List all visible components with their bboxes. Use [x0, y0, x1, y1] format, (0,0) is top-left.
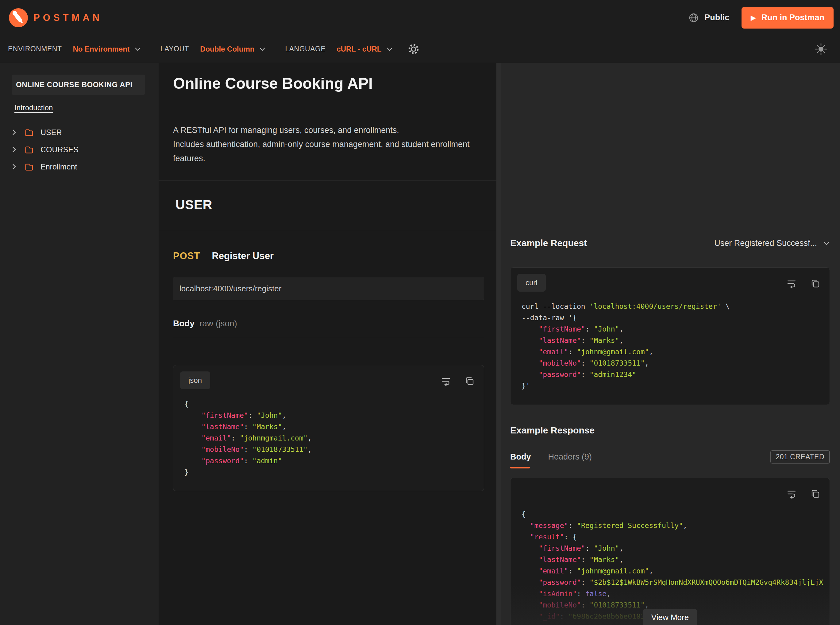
- example-selector-value: User Registered Successf...: [714, 238, 817, 248]
- request-heading: POST Register User: [173, 250, 484, 261]
- code-line: {: [522, 508, 818, 520]
- section-divider: [159, 180, 496, 180]
- code-line: "firstName": "John",: [184, 410, 473, 421]
- response-tabs: Body Headers (9) 201 CREATED: [510, 450, 830, 463]
- example-request-title: Example Request: [510, 238, 587, 248]
- body-label: Body: [173, 319, 195, 328]
- folder-icon: [25, 128, 34, 137]
- description-line: features.: [173, 151, 484, 165]
- code-line: --data-raw '{: [522, 312, 818, 323]
- sidebar-item-enrollment[interactable]: Enrollment: [0, 158, 159, 175]
- chevron-right-icon[interactable]: [12, 163, 17, 170]
- sidebar-item-courses[interactable]: COURSES: [0, 141, 159, 158]
- example-request-card: curl curl --location 'localhost:: [510, 267, 830, 405]
- folder-icon: [25, 162, 34, 171]
- body-mode: raw (json): [200, 319, 237, 328]
- wrap-text-icon[interactable]: [786, 278, 797, 289]
- description-line: Includes authentication, admin-only cour…: [173, 137, 484, 151]
- code-line: }': [522, 380, 818, 392]
- folder-icon: [25, 145, 34, 154]
- sidebar-folder-list: USER COURSES Enrollment: [0, 124, 159, 175]
- status-badge: 201 CREATED: [770, 450, 830, 463]
- code-line: "result": {: [522, 532, 818, 543]
- layout-label: LAYOUT: [160, 45, 189, 53]
- request-url-field[interactable]: localhost:4000/users/register: [173, 277, 484, 300]
- copy-icon[interactable]: [810, 278, 821, 289]
- wrap-text-icon[interactable]: [440, 376, 451, 387]
- tab-body[interactable]: Body: [510, 452, 531, 462]
- code-line: "firstName": "John",: [522, 323, 818, 335]
- code-line: "firstName": "John",: [522, 543, 818, 554]
- code-line: "lastName": "Marks",: [522, 554, 818, 566]
- sidebar: ONLINE COURSE BOOKING API Introduction U…: [0, 63, 159, 625]
- sidebar-item-user[interactable]: USER: [0, 124, 159, 141]
- layout-value: Double Column: [200, 45, 254, 53]
- environment-label: ENVIRONMENT: [8, 45, 62, 53]
- tab-headers[interactable]: Headers (9): [548, 452, 592, 462]
- example-request-code[interactable]: curl --location 'localhost:4000/users/re…: [510, 292, 829, 404]
- description-line: A RESTful API for managing users, course…: [173, 123, 484, 137]
- sidebar-folder-label: USER: [40, 128, 62, 137]
- chevron-right-icon[interactable]: [12, 146, 17, 153]
- copy-icon[interactable]: [464, 376, 475, 387]
- globe-icon: [688, 12, 699, 23]
- code-line: "email": "johnm@gmail.com",: [522, 346, 818, 358]
- chevron-down-icon: [135, 47, 141, 51]
- layout-select[interactable]: Double Column: [200, 45, 265, 53]
- request-body-card: json { "firstName": "John",: [173, 365, 484, 491]
- code-line: "message": "Registered Successfully",: [522, 520, 818, 532]
- http-method-badge: POST: [173, 250, 200, 261]
- settings-gear-icon[interactable]: [408, 43, 420, 55]
- wrap-text-icon[interactable]: [786, 488, 797, 499]
- request-body-code[interactable]: { "firstName": "John", "lastName": "Mark…: [174, 389, 484, 491]
- postman-logo-icon: [8, 8, 28, 28]
- view-more-button[interactable]: View More: [643, 609, 697, 625]
- doc-column: Online Course Booking API A RESTful API …: [159, 63, 496, 625]
- run-button-label: Run in Postman: [761, 13, 825, 22]
- chevron-right-icon[interactable]: [12, 129, 17, 136]
- code-line: "mobileNo": "01018733511",: [522, 358, 818, 369]
- code-line: "lastName": "Marks",: [184, 421, 473, 432]
- chevron-down-icon: [259, 47, 265, 51]
- request-url: localhost:4000/users/register: [180, 284, 281, 294]
- code-line: }: [184, 466, 473, 478]
- code-line: curl --location 'localhost:4000/users/re…: [522, 301, 818, 312]
- environment-select[interactable]: No Environment: [73, 45, 141, 53]
- example-selector-dropdown[interactable]: User Registered Successf...: [714, 238, 830, 248]
- chevron-down-icon: [823, 241, 830, 245]
- visibility-status: Public: [688, 12, 729, 23]
- api-description: A RESTful API for managing users, course…: [173, 123, 484, 165]
- copy-icon[interactable]: [810, 488, 821, 499]
- folder-section-title: USER: [175, 197, 484, 212]
- code-line: "password": "admin": [184, 455, 473, 466]
- code-line: "lastName": "Marks",: [522, 335, 818, 346]
- sidebar-folder-label: Enrollment: [40, 162, 77, 171]
- body-mode-row: Body raw (json): [173, 319, 484, 328]
- example-response-title: Example Response: [510, 425, 830, 435]
- chevron-down-icon: [387, 47, 393, 51]
- main-scrollbar[interactable]: [496, 63, 501, 625]
- doc-toolbar: ENVIRONMENT No Environment LAYOUT Double…: [0, 35, 840, 63]
- postman-brand[interactable]: POSTMAN: [8, 8, 102, 28]
- top-bar: POSTMAN Public ▶ Run in Postman: [0, 0, 840, 35]
- language-label: LANGUAGE: [285, 45, 325, 53]
- language-chip: curl: [517, 274, 546, 292]
- section-divider: [159, 230, 496, 230]
- examples-panel: Example Request User Registered Successf…: [501, 63, 840, 625]
- sidebar-folder-label: COURSES: [40, 145, 79, 154]
- sidebar-item-introduction[interactable]: Introduction: [14, 103, 53, 112]
- visibility-label: Public: [704, 13, 729, 22]
- code-line: "mobileNo": "01018733511",: [184, 444, 473, 455]
- page-title: Online Course Booking API: [173, 75, 484, 92]
- theme-toggle-sun-icon[interactable]: [814, 42, 828, 56]
- play-icon: ▶: [751, 14, 756, 21]
- request-name: Register User: [212, 250, 274, 261]
- postman-wordmark: POSTMAN: [33, 12, 102, 23]
- language-chip: json: [180, 372, 210, 389]
- run-in-postman-button[interactable]: ▶ Run in Postman: [741, 7, 834, 28]
- sidebar-collection-title[interactable]: ONLINE COURSE BOOKING API: [12, 75, 145, 95]
- code-line: "password": "admin1234": [522, 369, 818, 380]
- language-select[interactable]: cURL - cURL: [336, 45, 392, 53]
- environment-value: No Environment: [73, 45, 129, 53]
- language-value: cURL - cURL: [336, 45, 381, 53]
